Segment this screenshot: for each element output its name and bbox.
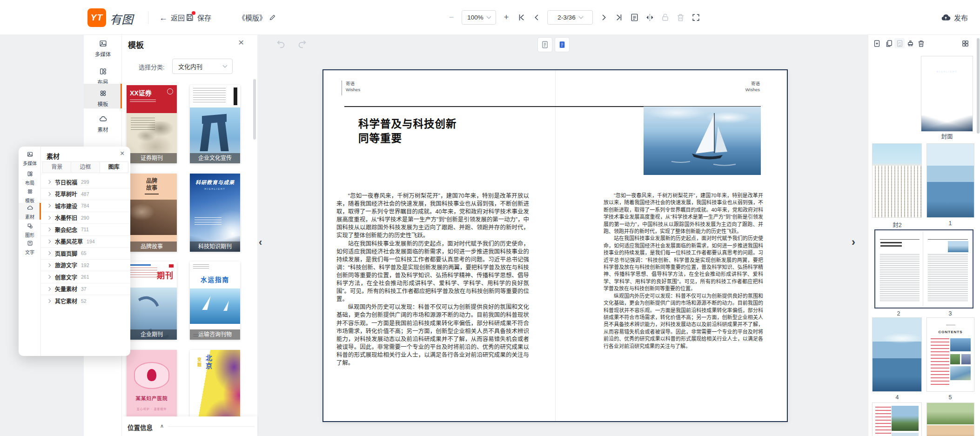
asset-category-name: 页眉页脚	[55, 249, 77, 257]
delete-page-icon[interactable]	[916, 38, 926, 48]
chevron-right-icon	[47, 287, 51, 291]
mirror-flip-icon[interactable]	[645, 13, 654, 22]
assets-rail-text[interactable]: 文字	[19, 238, 41, 255]
asset-category-count: 487	[81, 191, 89, 197]
page-label: 封2	[883, 220, 911, 229]
page-label: 1	[936, 220, 964, 227]
fullscreen-icon[interactable]	[691, 13, 700, 22]
page-thumb-1[interactable]	[926, 143, 974, 218]
pages-toolbar	[868, 38, 980, 49]
position-info-section[interactable]: 位置信息 ∧	[122, 416, 257, 436]
assets-rail-templates[interactable]: 模板	[19, 187, 41, 204]
cover-ornate-frame	[134, 362, 169, 389]
duplicate-page-icon[interactable]	[884, 38, 894, 48]
cover-stamp-icon	[167, 88, 173, 94]
back-button[interactable]: ← 返回	[159, 0, 185, 35]
template-panel: 模板 × 选择分类: 文化内刊 XX证券 证券期刊 企业文化宣传	[122, 35, 257, 436]
cover-title: 科研教育与成果	[921, 56, 973, 68]
page-select[interactable]: 2-3/36	[547, 10, 593, 25]
assets-rail-shapes[interactable]: 图形	[19, 221, 41, 238]
page-thumb-5-contents[interactable]: CONTENTS	[926, 317, 974, 392]
delete-trash-icon[interactable]	[676, 13, 685, 22]
redo-button[interactable]	[297, 39, 307, 51]
tab-gallery[interactable]: 图库	[100, 161, 128, 173]
asset-category-row[interactable]: 城市建设784	[41, 200, 130, 212]
template-card-shipping-guide[interactable]: 水运指南 运输咨询刊物	[190, 262, 240, 340]
edit-title-pencil-icon[interactable]	[269, 14, 276, 21]
template-panel-title: 模板	[128, 39, 144, 50]
text-icon	[27, 240, 33, 246]
page-settings-icon[interactable]	[630, 13, 639, 22]
page-thumb-inside-cover[interactable]	[872, 143, 922, 218]
first-page-button[interactable]	[517, 13, 526, 22]
asset-category-row[interactable]: 旅游文字192	[41, 260, 130, 272]
asset-category-row[interactable]: 创意文字261	[41, 271, 130, 283]
previous-page-button[interactable]	[532, 13, 541, 22]
asset-category-row[interactable]: 聚会纪念711	[41, 224, 130, 236]
next-page-button[interactable]	[599, 13, 608, 22]
divider	[168, 426, 255, 427]
assets-rail-assets[interactable]: 素材	[19, 203, 41, 220]
contents-title: CONTENTS	[927, 330, 974, 334]
last-page-button[interactable]	[614, 13, 624, 22]
template-card-brand-story[interactable]: 品牌 故事 品牌故事	[127, 174, 177, 252]
grid-view-icon[interactable]	[960, 38, 970, 48]
article-body-left[interactable]: “忽如一夜春风来，千树万树梨花开”，建国70年来，特别是改革开放以来，随着我国经…	[336, 192, 529, 402]
lock-icon[interactable]	[660, 13, 670, 22]
close-icon[interactable]: ×	[238, 37, 244, 48]
asset-category-count: 65	[81, 250, 87, 256]
document-spread[interactable]: 寄语 Wishes 寄语 Wishes 科学普及与科技创新 同等重要 “忽如一夜…	[322, 69, 788, 422]
asset-category-row[interactable]: 页眉页脚65	[41, 248, 130, 260]
zoom-out-button[interactable]: −	[447, 13, 456, 22]
undo-button[interactable]	[276, 39, 286, 51]
asset-category-row[interactable]: 节日祝福299	[41, 176, 130, 188]
page-thumb-spread-2-3-selected[interactable]	[874, 229, 973, 309]
add-page-icon[interactable]	[872, 38, 882, 48]
asset-category-row[interactable]: 矢量素材37	[41, 283, 130, 295]
replace-page-icon[interactable]	[894, 38, 905, 48]
rail-item-media[interactable]: 多媒体	[84, 40, 122, 58]
page-thumb-7[interactable]	[926, 402, 974, 436]
contents-photo	[950, 338, 971, 351]
single-page-view-toggle[interactable]	[537, 37, 552, 52]
asset-category-row[interactable]: 花草树叶487	[41, 188, 130, 201]
asset-category-count: 192	[81, 262, 89, 268]
rail-item-templates[interactable]: 模板	[84, 84, 122, 108]
tab-background[interactable]: 背景	[42, 161, 71, 173]
zoom-select[interactable]: 100%	[462, 10, 496, 25]
category-select[interactable]: 文化内刊	[172, 59, 233, 74]
close-icon[interactable]: ×	[120, 149, 124, 158]
asset-category-row[interactable]: 其它素材52	[41, 295, 130, 307]
top-toolbar: YT 有图 ← 返回 保存 《模版》 − 100% +	[0, 0, 980, 35]
template-card-science-journal[interactable]: 科研教育与成果 HIGHLIGHT 科技知识期刊	[190, 174, 240, 252]
article-title[interactable]: 科学普及与科技创新 同等重要	[358, 117, 457, 146]
template-card-securities[interactable]: XX证券 证券期刊	[127, 85, 177, 163]
pages-scrollbar[interactable]	[977, 38, 980, 134]
clean-page-icon[interactable]	[905, 38, 915, 48]
asset-category-row[interactable]: 水墨怀旧290	[41, 212, 130, 224]
asset-category-row[interactable]: 水墨风花草194	[41, 236, 130, 248]
assets-rail-layout[interactable]: 布局	[19, 169, 41, 186]
assets-rail-media[interactable]: 多媒体	[19, 149, 41, 167]
rail-item-layout[interactable]: 布局	[84, 67, 122, 86]
zoom-in-button[interactable]: +	[502, 13, 510, 22]
document-title[interactable]: 《模版》	[238, 0, 276, 35]
publish-label: 发布	[954, 13, 968, 22]
sidebar-expand-handle[interactable]: ›	[852, 235, 855, 248]
page-thumb-cover[interactable]: 科研教育与成果 HIGHLIGHT	[921, 56, 973, 132]
sailboat-image[interactable]	[644, 107, 761, 175]
save-button[interactable]: 保存	[185, 0, 211, 35]
template-card-corporate-culture[interactable]: 企业文化宣传	[190, 85, 240, 163]
template-card-enterprise-journal[interactable]: 期刊 企业期刊	[127, 262, 177, 340]
tab-border[interactable]: 边框	[71, 161, 100, 173]
publish-button[interactable]: 发布	[941, 0, 968, 35]
media-image-icon	[27, 151, 33, 157]
rail-item-assets[interactable]: 素材	[84, 115, 122, 133]
cloud-upload-icon	[941, 13, 951, 22]
spread-view-toggle[interactable]	[555, 37, 570, 52]
article-body-right[interactable]: “忽如一夜春风来，千树万树梨花开”，建国70年来，特别是改革开放以来，随着我国经…	[604, 192, 763, 383]
page-thumb-4[interactable]	[872, 317, 922, 392]
panel-collapse-handle[interactable]: ‹	[259, 236, 262, 248]
template-panel-scrollbar[interactable]	[253, 79, 256, 140]
page-thumb-6[interactable]	[872, 402, 922, 436]
